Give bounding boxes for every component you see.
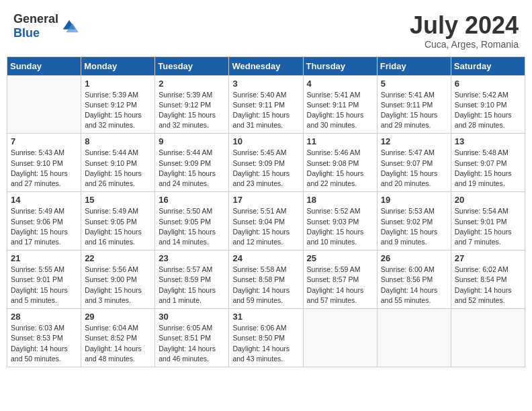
calendar-day-cell: 14Sunrise: 5:49 AMSunset: 9:06 PMDayligh… — [7, 192, 81, 250]
calendar-week-row: 14Sunrise: 5:49 AMSunset: 9:06 PMDayligh… — [7, 192, 525, 250]
day-info: Sunrise: 5:40 AMSunset: 9:11 PMDaylight:… — [232, 90, 299, 131]
weekday-header: Thursday — [303, 56, 377, 75]
calendar-day-cell: 26Sunrise: 6:00 AMSunset: 8:56 PMDayligh… — [377, 250, 451, 309]
logo-text: General Blue — [13, 12, 58, 40]
day-number: 14 — [11, 195, 77, 205]
day-number: 10 — [232, 136, 299, 146]
calendar-day-cell: 5Sunrise: 5:41 AMSunset: 9:11 PMDaylight… — [377, 75, 451, 134]
calendar-day-cell: 3Sunrise: 5:40 AMSunset: 9:11 PMDaylight… — [229, 75, 303, 134]
calendar-day-cell: 1Sunrise: 5:39 AMSunset: 9:12 PMDaylight… — [81, 75, 155, 134]
day-info: Sunrise: 6:05 AMSunset: 8:51 PMDaylight:… — [159, 323, 225, 364]
calendar-day-cell: 12Sunrise: 5:47 AMSunset: 9:07 PMDayligh… — [377, 134, 451, 192]
calendar-day-cell: 8Sunrise: 5:44 AMSunset: 9:10 PMDaylight… — [81, 134, 155, 192]
calendar-day-cell — [377, 309, 451, 367]
day-number: 21 — [11, 253, 77, 263]
day-number: 7 — [11, 136, 77, 146]
day-info: Sunrise: 5:58 AMSunset: 8:58 PMDaylight:… — [232, 265, 299, 306]
month-year: July 2024 — [410, 12, 519, 39]
day-info: Sunrise: 6:04 AMSunset: 8:52 PMDaylight:… — [85, 323, 151, 364]
day-info: Sunrise: 5:50 AMSunset: 9:05 PMDaylight:… — [159, 206, 225, 247]
calendar-day-cell — [7, 75, 81, 134]
calendar-week-row: 28Sunrise: 6:03 AMSunset: 8:53 PMDayligh… — [7, 309, 525, 367]
day-info: Sunrise: 5:55 AMSunset: 9:01 PMDaylight:… — [11, 265, 77, 306]
day-info: Sunrise: 5:51 AMSunset: 9:04 PMDaylight:… — [232, 206, 299, 247]
calendar-day-cell: 24Sunrise: 5:58 AMSunset: 8:58 PMDayligh… — [229, 250, 303, 309]
day-number: 24 — [232, 253, 299, 263]
calendar-day-cell: 18Sunrise: 5:52 AMSunset: 9:03 PMDayligh… — [303, 192, 377, 250]
day-number: 31 — [232, 312, 299, 322]
day-number: 19 — [381, 195, 447, 205]
day-number: 17 — [232, 195, 299, 205]
calendar-day-cell: 21Sunrise: 5:55 AMSunset: 9:01 PMDayligh… — [7, 250, 81, 309]
day-number: 16 — [159, 195, 225, 205]
calendar-week-row: 21Sunrise: 5:55 AMSunset: 9:01 PMDayligh… — [7, 250, 525, 309]
logo-general: General — [13, 12, 58, 26]
calendar-day-cell — [303, 309, 377, 367]
day-info: Sunrise: 5:44 AMSunset: 9:09 PMDaylight:… — [159, 148, 225, 189]
day-info: Sunrise: 5:44 AMSunset: 9:10 PMDaylight:… — [85, 148, 151, 189]
location: Cuca, Arges, Romania — [410, 39, 519, 50]
day-info: Sunrise: 5:52 AMSunset: 9:03 PMDaylight:… — [307, 206, 373, 247]
calendar-day-cell: 13Sunrise: 5:48 AMSunset: 9:07 PMDayligh… — [451, 134, 525, 192]
calendar-day-cell: 23Sunrise: 5:57 AMSunset: 8:59 PMDayligh… — [155, 250, 229, 309]
day-info: Sunrise: 5:46 AMSunset: 9:08 PMDaylight:… — [307, 148, 373, 189]
weekday-header: Monday — [81, 56, 155, 75]
day-info: Sunrise: 5:39 AMSunset: 9:12 PMDaylight:… — [159, 90, 225, 131]
day-number: 1 — [85, 79, 151, 89]
day-info: Sunrise: 6:02 AMSunset: 8:54 PMDaylight:… — [455, 265, 521, 306]
calendar-day-cell: 22Sunrise: 5:56 AMSunset: 9:00 PMDayligh… — [81, 250, 155, 309]
title-block: July 2024 Cuca, Arges, Romania — [410, 12, 519, 50]
day-number: 4 — [307, 79, 373, 89]
weekday-header: Saturday — [451, 56, 525, 75]
day-info: Sunrise: 5:41 AMSunset: 9:11 PMDaylight:… — [307, 90, 373, 131]
day-info: Sunrise: 5:59 AMSunset: 8:57 PMDaylight:… — [307, 265, 373, 306]
calendar-day-cell: 6Sunrise: 5:42 AMSunset: 9:10 PMDaylight… — [451, 75, 525, 134]
day-info: Sunrise: 5:49 AMSunset: 9:05 PMDaylight:… — [85, 206, 151, 247]
day-number: 12 — [381, 136, 447, 146]
day-info: Sunrise: 6:00 AMSunset: 8:56 PMDaylight:… — [381, 265, 447, 306]
calendar-table: SundayMondayTuesdayWednesdayThursdayFrid… — [7, 56, 525, 367]
calendar-day-cell: 7Sunrise: 5:43 AMSunset: 9:10 PMDaylight… — [7, 134, 81, 192]
day-info: Sunrise: 5:42 AMSunset: 9:10 PMDaylight:… — [455, 90, 521, 131]
calendar-day-cell: 29Sunrise: 6:04 AMSunset: 8:52 PMDayligh… — [81, 309, 155, 367]
calendar-day-cell — [451, 309, 525, 367]
weekday-header: Tuesday — [155, 56, 229, 75]
day-number: 15 — [85, 195, 151, 205]
day-info: Sunrise: 5:49 AMSunset: 9:06 PMDaylight:… — [11, 206, 77, 247]
day-number: 8 — [85, 136, 151, 146]
day-number: 6 — [455, 79, 521, 89]
day-info: Sunrise: 5:39 AMSunset: 9:12 PMDaylight:… — [85, 90, 151, 131]
day-info: Sunrise: 5:57 AMSunset: 8:59 PMDaylight:… — [159, 265, 225, 306]
logo-icon — [60, 17, 79, 36]
day-number: 18 — [307, 195, 373, 205]
day-info: Sunrise: 6:03 AMSunset: 8:53 PMDaylight:… — [11, 323, 77, 364]
day-number: 22 — [85, 253, 151, 263]
day-number: 26 — [381, 253, 447, 263]
day-number: 3 — [232, 79, 299, 89]
day-number: 28 — [11, 312, 77, 322]
day-number: 29 — [85, 312, 151, 322]
day-number: 23 — [159, 253, 225, 263]
day-info: Sunrise: 5:43 AMSunset: 9:10 PMDaylight:… — [11, 148, 77, 189]
day-info: Sunrise: 5:56 AMSunset: 9:00 PMDaylight:… — [85, 265, 151, 306]
calendar-day-cell: 19Sunrise: 5:53 AMSunset: 9:02 PMDayligh… — [377, 192, 451, 250]
day-number: 20 — [455, 195, 521, 205]
day-number: 30 — [159, 312, 225, 322]
day-number: 2 — [159, 79, 225, 89]
calendar-day-cell: 2Sunrise: 5:39 AMSunset: 9:12 PMDaylight… — [155, 75, 229, 134]
calendar-day-cell: 17Sunrise: 5:51 AMSunset: 9:04 PMDayligh… — [229, 192, 303, 250]
day-number: 13 — [455, 136, 521, 146]
day-info: Sunrise: 5:53 AMSunset: 9:02 PMDaylight:… — [381, 206, 447, 247]
weekday-header: Friday — [377, 56, 451, 75]
calendar-day-cell: 4Sunrise: 5:41 AMSunset: 9:11 PMDaylight… — [303, 75, 377, 134]
day-number: 5 — [381, 79, 447, 89]
calendar-day-cell: 28Sunrise: 6:03 AMSunset: 8:53 PMDayligh… — [7, 309, 81, 367]
calendar-day-cell: 30Sunrise: 6:05 AMSunset: 8:51 PMDayligh… — [155, 309, 229, 367]
logo: General Blue — [13, 12, 79, 40]
day-number: 9 — [159, 136, 225, 146]
day-info: Sunrise: 5:45 AMSunset: 9:09 PMDaylight:… — [232, 148, 299, 189]
calendar-header-row: SundayMondayTuesdayWednesdayThursdayFrid… — [7, 56, 525, 75]
day-info: Sunrise: 5:47 AMSunset: 9:07 PMDaylight:… — [381, 148, 447, 189]
page-header: General Blue July 2024 Cuca, Arges, Roma… — [7, 7, 525, 52]
day-number: 25 — [307, 253, 373, 263]
